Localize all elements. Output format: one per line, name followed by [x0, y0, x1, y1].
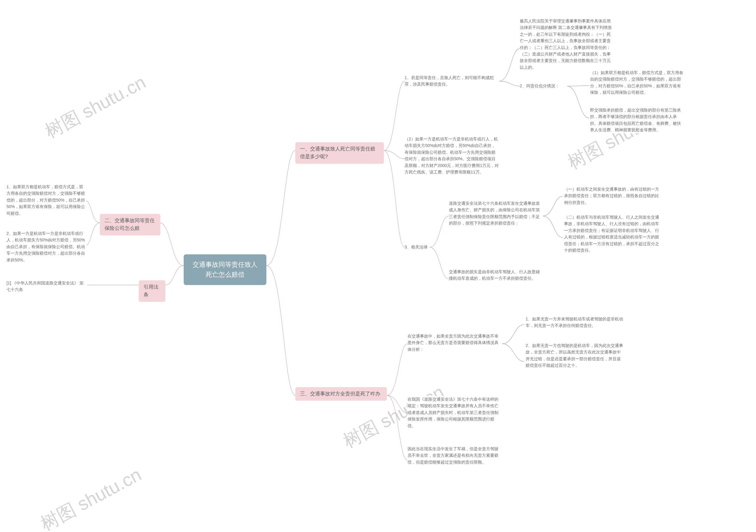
branch-label: 二、交通事故同等责任保险公司怎么赔: [104, 218, 155, 231]
leaf-r1-n1b2: 即交强险承担赔偿，超出交强险的部分有第三险承担，两者不够清偿的部分根据责任承担由…: [590, 107, 685, 133]
watermark: 树图 shutu.cn: [36, 462, 146, 532]
leaf-l1-2: 2、如果一方是机动车一方是非机动车或行人，机动车损失方50%由对方赔偿，另50%…: [7, 230, 86, 263]
branch-label: 引用法条: [144, 284, 159, 297]
leaf-r1-n2: （2）如果一方是机动车一方是非机动车或行人，机动车损失方50%由对方赔偿，另50…: [405, 136, 499, 175]
leaf-r1-n3: 3、相关法律: [405, 244, 430, 250]
branch-label: 一、交通事故致人死亡同等责任赔偿是多少呢?: [300, 146, 375, 159]
branch-right-2[interactable]: 三、交通事故对方全责但是死了咋办: [295, 387, 387, 401]
leaf-r2-n1a: 1、如果无责一方并未驾驶机动车或者驾驶的是非机动车，则无责一方不承担任何赔偿责任…: [526, 316, 623, 329]
leaf-r1-n3a: 道路交通安全法第七十六条机动车发生交通事故造成人身伤亡、财产损失的，由保险公司在…: [449, 200, 543, 227]
root-node[interactable]: 交通事故同等责任致人死亡怎么赔偿: [184, 254, 266, 285]
branch-label: 三、交通事故对方全责但是死了咋办: [300, 391, 380, 396]
leaf-r1-n1b1: （1）如果双方都是机动车，赔偿方式是，双方用各自的交强险赔偿对方，交强险不够赔偿…: [590, 69, 685, 96]
leaf-r1-n3a2: （二）机动车与非机动车驾驶人、行人之间发生交通事故，非机动车驾驶人、行人没有过错…: [564, 214, 662, 253]
branch-left-2[interactable]: 引用法条: [139, 280, 165, 302]
leaf-r2-n3: 因此当在现实生活中发生了车祸，但是全责方驾驶员不幸去世，全责方家属还是有权向无责…: [408, 445, 502, 465]
leaf-r1-n3a1: （一）机动车之间发生交通事故的，由有过错的一方承担赔偿责任；双方都有过错的，按照…: [564, 186, 662, 206]
watermark: 树图 shutu.cn: [40, 70, 150, 144]
leaf-r1-n1: 1、若是同等责任，且致人死亡，则可能不构成犯罪，涉及民事赔偿责任。: [405, 74, 499, 88]
leaf-r1-n1a: 最高人民法院关于审理交通肇事刑事案件具体应用法律若干问题的解释 第二条交通肇事具…: [520, 18, 614, 70]
leaf-r2-n1: 在交通事故中，如果全责方因为此次交通事故不幸意外身亡，那么无责方是否需要赔偿得具…: [408, 333, 502, 353]
leaf-r1-n3b: 交通事故的损失是由非机动车驾驶人、行人故意碰撞机动车造成的，机动车一方不承担赔偿…: [449, 268, 543, 282]
leaf-l2-1: [1] 《中华人民共和国道路交通安全法》 第七十六条: [7, 280, 87, 293]
leaf-r2-n1b: 2、如果无责一方也驾驶的是机动车，因为此次交通事故，全责方死亡，所以虽然无责方在…: [526, 342, 623, 369]
branch-left-1[interactable]: 二、交通事故同等责任保险公司怎么赔: [100, 214, 160, 236]
leaf-l1-1: 1、如果双方都是机动车，赔偿方式是，双方用各自的交强险赔偿对方，交强险不够赔偿的…: [7, 184, 86, 216]
mindmap-canvas: 树图 shutu.cn 树图 shutu.cn 树图 shutu.cn 树图 s…: [0, 0, 756, 532]
branch-right-1[interactable]: 一、交通事故致人死亡同等责任赔偿是多少呢?: [295, 142, 384, 164]
leaf-r1-n1b: 2、同责任也分情况：: [520, 83, 566, 89]
leaf-r2-n2: 在我国《道路交通安全法》第七十六条中有这样的规定：驾驶机动车发生交通事故并有人员…: [408, 396, 502, 429]
root-label: 交通事故同等责任致人死亡怎么赔偿: [193, 261, 257, 278]
